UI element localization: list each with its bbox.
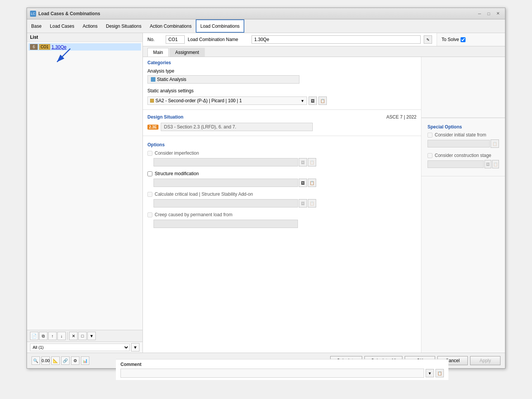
top-main: No. Load Combination Name ✎ bbox=[143, 33, 437, 46]
initial-state-checkbox-row: Consider initial state from bbox=[424, 131, 502, 139]
menu-action-combinations[interactable]: Action Combinations bbox=[146, 19, 196, 33]
select-all-button[interactable]: □ bbox=[78, 332, 87, 340]
construction-stage-checkbox[interactable] bbox=[428, 153, 432, 158]
apply-button[interactable]: Apply bbox=[470, 356, 500, 365]
main-tab-content: Categories Analysis type Static Analysis… bbox=[143, 57, 505, 353]
maximize-button[interactable]: □ bbox=[484, 10, 493, 17]
initial-state-checkbox[interactable] bbox=[428, 133, 432, 138]
bottom-icon4[interactable]: 🔗 bbox=[61, 356, 70, 365]
imperfection-btn2[interactable]: 📋 bbox=[308, 158, 316, 166]
left-form: Categories Analysis type Static Analysis… bbox=[143, 57, 421, 353]
bottom-icon1[interactable]: 🔍 bbox=[32, 356, 40, 365]
separator bbox=[67, 332, 68, 340]
menu-bar: Base Load Cases Actions Design Situation… bbox=[27, 19, 505, 33]
duplicate-button[interactable]: ⧉ bbox=[39, 332, 48, 340]
left-toolbar: 📄 ⧉ ↑ ↓ ✕ □ ▼ bbox=[27, 330, 142, 342]
app-icon: LC bbox=[30, 11, 36, 17]
static-settings-input[interactable]: SA2 - Second-order (P-Δ) | Picard | 100 … bbox=[147, 97, 307, 105]
structure-mod-input-row: 🖼 📋 bbox=[143, 178, 421, 188]
menu-base[interactable]: Base bbox=[27, 19, 46, 33]
right-panel: No. Load Combination Name ✎ To Solve Mai… bbox=[143, 33, 505, 353]
tab-bar: Main Assignment bbox=[143, 46, 505, 57]
tab-main[interactable]: Main bbox=[147, 48, 169, 57]
window-controls: ─ □ ✕ bbox=[475, 10, 502, 17]
critical-load-input[interactable] bbox=[154, 199, 298, 207]
divider2 bbox=[143, 136, 421, 136]
list-header: List bbox=[27, 33, 142, 42]
bottom-icon2[interactable]: 0.00 bbox=[41, 356, 50, 365]
menu-load-combinations[interactable]: Load Combinations bbox=[196, 19, 244, 33]
analysis-type-value-row: Static Analysis bbox=[143, 75, 421, 85]
construction-stage-checkbox-row: Consider construction stage bbox=[424, 152, 502, 159]
design-situation-title: Design Situation bbox=[147, 114, 184, 120]
minimize-button[interactable]: ─ bbox=[475, 10, 484, 17]
creep-checkbox[interactable] bbox=[147, 212, 152, 217]
imperfection-label: Consider imperfection bbox=[155, 150, 199, 156]
categories-title: Categories bbox=[143, 57, 421, 67]
divider1 bbox=[143, 109, 421, 110]
content-area: List 6 CO1 1.30Qe bbox=[27, 33, 505, 353]
structure-mod-checkbox[interactable] bbox=[147, 171, 152, 176]
initial-state-label: Consider initial state from bbox=[435, 132, 486, 138]
imperfection-input[interactable] bbox=[154, 158, 298, 166]
analysis-type-row: Analysis type bbox=[143, 67, 421, 75]
new-button[interactable]: 📄 bbox=[30, 332, 38, 340]
options-button[interactable]: ▼ bbox=[87, 332, 96, 340]
structure-mod-btn1[interactable]: 🖼 bbox=[299, 179, 307, 187]
name-edit-button[interactable]: ✎ bbox=[424, 35, 432, 44]
bottom-icon6[interactable]: 📊 bbox=[81, 356, 89, 365]
menu-load-cases[interactable]: Load Cases bbox=[46, 19, 78, 33]
close-button[interactable]: ✕ bbox=[494, 10, 502, 17]
static-settings-value-row: SA2 - Second-order (P-Δ) | Picard | 100 … bbox=[143, 95, 421, 106]
settings-icon bbox=[150, 99, 154, 103]
list-content: 6 CO1 1.30Qe bbox=[27, 42, 142, 330]
construction-stage-btn2[interactable]: 📋 bbox=[492, 160, 499, 168]
delete-button[interactable]: ✕ bbox=[69, 332, 78, 340]
ds-value: DS3 - Section 2.3 (LRFD), 6. and 7. bbox=[161, 123, 313, 131]
initial-state-input-row: 📋 bbox=[424, 139, 502, 149]
creep-checkbox-row: Creep caused by permanent load from bbox=[143, 211, 421, 219]
creep-input[interactable] bbox=[154, 220, 298, 228]
svg-line-1 bbox=[57, 49, 70, 62]
critical-load-input-row: 🖼 📋 bbox=[143, 198, 421, 209]
sort-asc-button[interactable]: ↑ bbox=[48, 332, 57, 340]
design-situation-value-row: 2.3E DS3 - Section 2.3 (LRFD), 6. and 7. bbox=[143, 121, 421, 133]
critical-load-btn1[interactable]: 🖼 bbox=[299, 199, 307, 207]
initial-state-btn[interactable]: 📋 bbox=[491, 139, 499, 148]
title-bar-left: LC Load Cases & Combinations bbox=[30, 11, 100, 17]
imperfection-checkbox[interactable] bbox=[147, 151, 152, 156]
name-input[interactable] bbox=[252, 35, 421, 44]
top-fields: No. Load Combination Name ✎ To Solve bbox=[143, 33, 505, 46]
structure-mod-checkbox-row: Structure modification bbox=[143, 169, 421, 178]
construction-stage-input[interactable] bbox=[428, 160, 484, 168]
right-divider2 bbox=[421, 176, 505, 176]
menu-actions[interactable]: Actions bbox=[78, 19, 101, 33]
initial-state-input[interactable] bbox=[428, 140, 490, 147]
critical-load-checkbox[interactable] bbox=[147, 192, 152, 197]
construction-stage-btn1[interactable]: 🖼 bbox=[484, 160, 491, 168]
to-solve-section: To Solve bbox=[437, 33, 505, 46]
left-panel: List 6 CO1 1.30Qe bbox=[27, 33, 143, 353]
menu-design-situations[interactable]: Design Situations bbox=[102, 19, 146, 33]
settings-edit-button1[interactable]: 🖼 bbox=[309, 97, 317, 105]
structure-mod-input[interactable] bbox=[154, 179, 298, 187]
imperfection-btn1[interactable]: 🖼 bbox=[299, 158, 307, 166]
structure-mod-btn2[interactable]: 📋 bbox=[308, 179, 316, 187]
static-settings-label: Static analysis settings bbox=[147, 88, 193, 93]
critical-load-btn2[interactable]: 📋 bbox=[308, 199, 316, 207]
design-situation-standard: ASCE 7 | 2022 bbox=[386, 114, 416, 120]
settings-edit-button2[interactable]: 📋 bbox=[318, 97, 327, 105]
imperfection-checkbox-row: Consider imperfection bbox=[143, 149, 421, 157]
to-solve-checkbox[interactable] bbox=[461, 37, 466, 42]
filter-dropdown-button[interactable]: ▼ bbox=[131, 343, 139, 352]
bottom-icon3[interactable]: 📐 bbox=[51, 356, 60, 365]
analysis-dot bbox=[151, 77, 155, 82]
bottom-icon5[interactable]: ⚙ bbox=[71, 356, 79, 365]
tab-assignment[interactable]: Assignment bbox=[169, 48, 205, 57]
filter-select[interactable]: All (1) bbox=[30, 344, 130, 351]
to-solve-label: To Solve bbox=[442, 37, 459, 42]
ds-badge: 2.3E bbox=[147, 125, 158, 130]
name-label: Load Combination Name bbox=[188, 37, 249, 42]
sort-desc-button[interactable]: ↓ bbox=[57, 332, 66, 340]
no-input[interactable] bbox=[166, 35, 185, 44]
